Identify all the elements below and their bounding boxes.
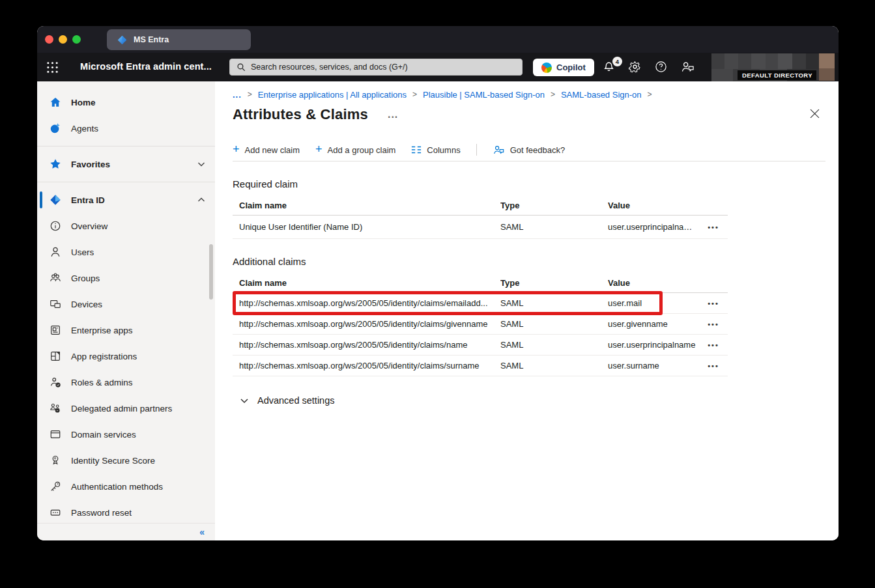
table-row[interactable]: http://schemas.xmlsoap.org/ws/2005/05/id… xyxy=(233,356,728,376)
sidebar-item-entra-id[interactable]: Entra ID xyxy=(37,187,215,213)
sidebar-item-roles-admins[interactable]: Roles & admins xyxy=(37,369,215,395)
sidebar-item-devices[interactable]: Devices xyxy=(37,291,215,317)
sidebar: HomeAgentsFavoritesEntra IDOverviewUsers… xyxy=(37,81,215,540)
claim-name-cell: http://schemas.xmlsoap.org/ws/2005/05/id… xyxy=(233,340,500,350)
feedback-icon[interactable] xyxy=(681,61,694,74)
appreg-icon xyxy=(50,350,61,362)
breadcrumb-ellipsis[interactable]: ... xyxy=(233,90,242,100)
sidebar-item-label: Groups xyxy=(71,273,206,283)
sidebar-item-identity-secure-score[interactable]: Identity Secure Score xyxy=(37,447,215,473)
close-pane-icon[interactable] xyxy=(810,109,820,119)
sidebar-scrollbar[interactable] xyxy=(209,244,213,300)
group-icon xyxy=(50,272,61,284)
required-claim-table: Claim nameTypeValueUnique User Identifie… xyxy=(233,195,728,239)
sidebar-item-agents[interactable]: Agents xyxy=(37,115,215,141)
column-header: Value xyxy=(608,201,699,210)
sidebar-item-label: Overview xyxy=(71,221,206,231)
search-icon xyxy=(237,63,246,72)
claim-value-cell: user.givenname xyxy=(608,319,699,329)
domain-icon xyxy=(50,428,61,440)
sidebar-item-favorites[interactable]: Favorites xyxy=(37,151,215,177)
additional-claims-heading: Additional claims xyxy=(233,256,825,267)
sidebar-item-home[interactable]: Home xyxy=(37,89,215,115)
waffle-menu-icon[interactable] xyxy=(46,61,59,74)
sidebar-nav: HomeAgentsFavoritesEntra IDOverviewUsers… xyxy=(37,89,215,523)
page-more-icon[interactable]: ... xyxy=(388,109,398,120)
sidebar-collapse-button[interactable]: « xyxy=(199,527,205,537)
sidebar-item-delegated-admin-partners[interactable]: Delegated admin partners xyxy=(37,395,215,421)
sidebar-item-label: App registrations xyxy=(71,352,206,361)
table-row[interactable]: http://schemas.xmlsoap.org/ws/2005/05/id… xyxy=(233,314,728,335)
notifications-button[interactable]: 4 xyxy=(603,59,620,75)
settings-gear-icon[interactable] xyxy=(629,61,642,74)
user-icon xyxy=(50,246,61,258)
row-menu-button[interactable]: ••• xyxy=(708,320,719,328)
breadcrumb-link[interactable]: SAML-based Sign-on xyxy=(561,90,642,100)
row-menu-button[interactable]: ••• xyxy=(708,362,719,370)
breadcrumb-link[interactable]: Enterprise applications | All applicatio… xyxy=(258,90,407,100)
sidebar-item-label: Devices xyxy=(71,300,206,309)
zoom-window-button[interactable] xyxy=(72,35,81,44)
sidebar-item-password-reset[interactable]: Password reset xyxy=(37,499,215,523)
auth-icon xyxy=(50,481,61,492)
sidebar-item-label: Entra ID xyxy=(71,195,187,205)
sidebar-footer: « xyxy=(37,523,215,540)
browser-tab[interactable]: MS Entra xyxy=(107,29,251,50)
info-icon xyxy=(50,220,61,232)
minimize-window-button[interactable] xyxy=(59,35,67,44)
sidebar-item-enterprise-apps[interactable]: Enterprise apps xyxy=(37,317,215,343)
breadcrumb-separator: > xyxy=(551,90,555,99)
sidebar-divider xyxy=(37,146,215,147)
search-input[interactable]: Search resources, services, and docs (G+… xyxy=(229,59,523,76)
advanced-settings-toggle[interactable]: Advanced settings xyxy=(233,395,825,406)
close-window-button[interactable] xyxy=(45,35,53,44)
sidebar-item-groups[interactable]: Groups xyxy=(37,265,215,291)
breadcrumb-separator: > xyxy=(412,90,417,99)
feedback-person-icon xyxy=(493,145,505,155)
breadcrumb: ...>Enterprise applications | All applic… xyxy=(233,88,825,101)
tab-title: MS Entra xyxy=(134,35,169,44)
required-claim-heading: Required claim xyxy=(233,178,825,189)
claim-value-cell: user.surname xyxy=(608,361,699,371)
sidebar-item-app-registrations[interactable]: App registrations xyxy=(37,343,215,369)
sidebar-item-label: Delegated admin partners xyxy=(71,404,206,413)
avatar[interactable] xyxy=(819,53,835,81)
active-indicator xyxy=(40,191,42,208)
delegated-icon xyxy=(50,402,61,414)
sidebar-item-domain-services[interactable]: Domain services xyxy=(37,421,215,447)
sidebar-item-overview[interactable]: Overview xyxy=(37,213,215,239)
sidebar-item-label: Domain services xyxy=(71,430,206,440)
plus-icon: + xyxy=(233,143,240,155)
table-row[interactable]: http://schemas.xmlsoap.org/ws/2005/05/id… xyxy=(233,335,728,356)
column-header: Type xyxy=(500,201,608,210)
home-icon xyxy=(50,96,61,108)
sidebar-item-authentication-methods[interactable]: Authentication methods xyxy=(37,473,215,499)
claim-name-cell: http://schemas.xmlsoap.org/ws/2005/05/id… xyxy=(233,319,500,329)
claim-type-cell: SAML xyxy=(500,319,608,329)
help-icon[interactable] xyxy=(655,61,668,74)
add-group-claim-button[interactable]: + Add a group claim xyxy=(315,145,395,155)
claim-type-cell: SAML xyxy=(500,222,608,232)
macos-titlebar: MS Entra xyxy=(37,26,839,53)
chevron-down-icon xyxy=(197,160,206,169)
chevron-down-icon xyxy=(240,396,249,405)
notification-badge: 4 xyxy=(612,57,622,66)
got-feedback-button[interactable]: Got feedback? xyxy=(493,145,566,155)
sidebar-item-label: Roles & admins xyxy=(71,378,206,387)
columns-button[interactable]: Columns xyxy=(411,145,460,155)
copilot-button[interactable]: Copilot xyxy=(533,59,594,76)
table-row[interactable]: http://schemas.xmlsoap.org/ws/2005/05/id… xyxy=(233,293,728,314)
star-icon xyxy=(50,158,61,170)
row-menu-button[interactable]: ••• xyxy=(708,223,719,231)
row-menu-button[interactable]: ••• xyxy=(708,341,719,349)
table-row[interactable]: Unique User Identifier (Name ID)SAMLuser… xyxy=(233,216,728,239)
table-header-row: Claim nameTypeValue xyxy=(233,195,728,216)
breadcrumb-link[interactable]: Plausible | SAML-based Sign-on xyxy=(423,90,545,100)
command-bar: + Add new claim + Add a group claim Colu… xyxy=(233,140,825,161)
copilot-icon xyxy=(541,63,552,73)
columns-icon xyxy=(411,145,422,154)
add-new-claim-button[interactable]: + Add new claim xyxy=(233,145,300,155)
row-menu-button[interactable]: ••• xyxy=(708,300,719,307)
sidebar-item-label: Agents xyxy=(71,124,206,133)
sidebar-item-users[interactable]: Users xyxy=(37,239,215,265)
